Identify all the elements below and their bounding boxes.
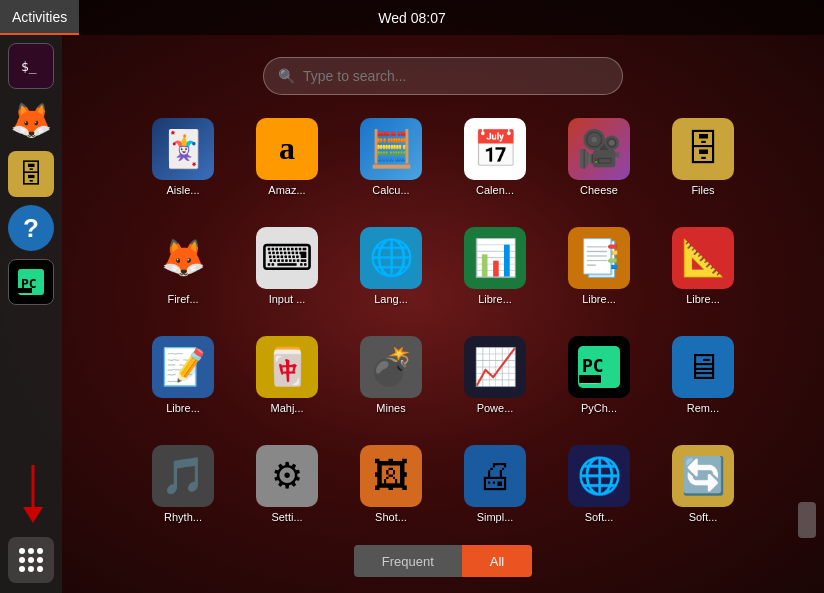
app-icon-files: 🗄: [672, 118, 734, 180]
dock-item-terminal[interactable]: $_: [8, 43, 54, 89]
app-icon-firefox: 🦊: [152, 227, 214, 289]
dock: $_ 🦊 🗄 ? PC ____: [0, 35, 62, 593]
app-label-input: Input ...: [269, 293, 306, 306]
app-label-cheese: Cheese: [580, 184, 618, 197]
app-label-calc: Calcu...: [372, 184, 409, 197]
main-content: 🔍 🃏Aisle...aAmaz...🧮Calcu...📅Calen...🎥Ch…: [62, 35, 824, 593]
scrollbar-hint[interactable]: [798, 502, 816, 538]
app-item-remmina[interactable]: 🖥Rem...: [653, 323, 753, 428]
tab-all[interactable]: All: [462, 545, 532, 577]
app-icon-aisle: 🃏: [152, 118, 214, 180]
app-item-softwarecenter[interactable]: 🌐Soft...: [549, 432, 649, 537]
firefox-icon: 🦊: [10, 100, 52, 140]
app-item-shotwell[interactable]: 🖼Shot...: [341, 432, 441, 537]
app-item-input[interactable]: ⌨Input ...: [237, 214, 337, 319]
app-label-librecalc: Libre...: [478, 293, 512, 306]
search-icon: 🔍: [278, 68, 295, 84]
app-item-librecalc[interactable]: 📊Libre...: [445, 214, 545, 319]
dock-item-files[interactable]: 🗄: [8, 151, 54, 197]
app-label-calendar: Calen...: [476, 184, 514, 197]
app-label-simplescan: Simpl...: [477, 511, 514, 524]
svg-text:____: ____: [20, 288, 33, 295]
dock-item-firefox[interactable]: 🦊: [8, 97, 54, 143]
app-icon-powertop: 📈: [464, 336, 526, 398]
app-item-mines[interactable]: 💣Mines: [341, 323, 441, 428]
terminal-icon: $_: [17, 55, 45, 77]
bottom-tabs: Frequent All: [62, 545, 824, 577]
app-label-lang: Lang...: [374, 293, 408, 306]
pycharm-icon: PC ____: [15, 266, 47, 298]
app-label-settings: Setti...: [271, 511, 302, 524]
activities-label: Activities: [12, 9, 67, 25]
app-icon-pycharm: PC ____: [568, 336, 630, 398]
help-icon: ?: [23, 213, 39, 244]
app-label-powertop: Powe...: [477, 402, 514, 415]
app-item-libremath[interactable]: 📐Libre...: [653, 214, 753, 319]
app-icon-calc: 🧮: [360, 118, 422, 180]
app-label-aisle: Aisle...: [166, 184, 199, 197]
search-input[interactable]: [303, 68, 608, 84]
app-grid: 🃏Aisle...aAmaz...🧮Calcu...📅Calen...🎥Chee…: [123, 105, 763, 537]
app-item-settings[interactable]: ⚙Setti...: [237, 432, 337, 537]
files-icon: 🗄: [18, 159, 44, 190]
app-label-librewriter: Libre...: [166, 402, 200, 415]
app-label-libreimpress: Libre...: [582, 293, 616, 306]
top-bar: Activities Wed 08:07: [0, 0, 824, 35]
app-label-shotwell: Shot...: [375, 511, 407, 524]
app-icon-mahjongg: 🀄: [256, 336, 318, 398]
svg-marker-8: [23, 507, 43, 523]
svg-text:____: ____: [581, 376, 599, 384]
app-label-softwarecenter: Soft...: [585, 511, 614, 524]
app-item-calc[interactable]: 🧮Calcu...: [341, 105, 441, 210]
app-label-amazon: Amaz...: [268, 184, 305, 197]
app-label-libremath: Libre...: [686, 293, 720, 306]
app-icon-remmina: 🖥: [672, 336, 734, 398]
app-label-files: Files: [691, 184, 714, 197]
app-label-mines: Mines: [376, 402, 405, 415]
svg-text:$_: $_: [21, 59, 37, 74]
app-item-rhythmbox[interactable]: 🎵Rhyth...: [133, 432, 233, 537]
app-icon-softupd: 🔄: [672, 445, 734, 507]
app-item-mahjongg[interactable]: 🀄Mahj...: [237, 323, 337, 428]
app-icon-shotwell: 🖼: [360, 445, 422, 507]
app-label-mahjongg: Mahj...: [270, 402, 303, 415]
arrow-indicator: [18, 465, 48, 525]
app-item-calendar[interactable]: 📅Calen...: [445, 105, 545, 210]
app-item-librewriter[interactable]: 📝Libre...: [133, 323, 233, 428]
app-icon-amazon: a: [256, 118, 318, 180]
app-label-pycharm: PyCh...: [581, 402, 617, 415]
app-icon-settings: ⚙: [256, 445, 318, 507]
app-item-lang[interactable]: 🌐Lang...: [341, 214, 441, 319]
app-label-rhythmbox: Rhyth...: [164, 511, 202, 524]
app-item-simplescan[interactable]: 🖨Simpl...: [445, 432, 545, 537]
app-icon-librewriter: 📝: [152, 336, 214, 398]
app-icon-rhythmbox: 🎵: [152, 445, 214, 507]
app-icon-input: ⌨: [256, 227, 318, 289]
app-item-aisle[interactable]: 🃏Aisle...: [133, 105, 233, 210]
app-item-softupd[interactable]: 🔄Soft...: [653, 432, 753, 537]
app-icon-simplescan: 🖨: [464, 445, 526, 507]
app-item-libreimpress[interactable]: 📑Libre...: [549, 214, 649, 319]
show-apps-button[interactable]: [8, 537, 54, 583]
app-icon-libremath: 📐: [672, 227, 734, 289]
app-item-amazon[interactable]: aAmaz...: [237, 105, 337, 210]
svg-text:PC: PC: [582, 355, 604, 376]
app-label-softupd: Soft...: [689, 511, 718, 524]
app-item-files[interactable]: 🗄Files: [653, 105, 753, 210]
dock-item-help[interactable]: ?: [8, 205, 54, 251]
clock-display: Wed 08:07: [378, 10, 445, 26]
activities-button[interactable]: Activities: [0, 0, 79, 35]
apps-grid-icon: [19, 548, 43, 572]
app-label-firefox: Firef...: [167, 293, 198, 306]
dock-item-pycharm[interactable]: PC ____: [8, 259, 54, 305]
app-item-powertop[interactable]: 📈Powe...: [445, 323, 545, 428]
app-icon-cheese: 🎥: [568, 118, 630, 180]
app-item-firefox[interactable]: 🦊Firef...: [133, 214, 233, 319]
app-icon-softwarecenter: 🌐: [568, 445, 630, 507]
search-bar[interactable]: 🔍: [263, 57, 623, 95]
tab-frequent[interactable]: Frequent: [354, 545, 462, 577]
app-item-pycharm[interactable]: PC ____ PyCh...: [549, 323, 649, 428]
app-label-remmina: Rem...: [687, 402, 719, 415]
app-item-cheese[interactable]: 🎥Cheese: [549, 105, 649, 210]
app-icon-libreimpress: 📑: [568, 227, 630, 289]
